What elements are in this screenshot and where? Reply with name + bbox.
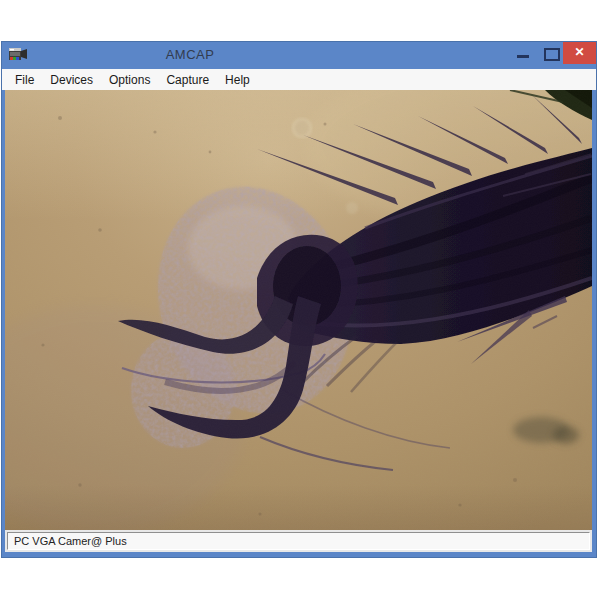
menu-bar: File Devices Options Capture Help	[2, 69, 596, 90]
minimize-icon[interactable]	[517, 55, 529, 58]
video-preview	[5, 90, 592, 530]
menu-help[interactable]: Help	[217, 71, 258, 89]
menu-file[interactable]: File	[7, 71, 42, 89]
menu-options[interactable]: Options	[101, 71, 158, 89]
amcap-window: AMCAP ✕ File Devices Options Capture Hel…	[1, 41, 597, 558]
close-icon[interactable]: ✕	[563, 42, 596, 64]
menu-devices[interactable]: Devices	[42, 71, 101, 89]
titlebar[interactable]: AMCAP ✕	[2, 42, 596, 69]
window-title: AMCAP	[130, 47, 250, 62]
status-text: PC VGA Camer@ Plus	[7, 532, 590, 550]
maximize-icon[interactable]	[544, 48, 560, 61]
status-bar: PC VGA Camer@ Plus	[5, 530, 592, 552]
video-camera-icon[interactable]	[8, 45, 28, 64]
specimen-image	[5, 90, 592, 530]
grain-overlay	[5, 90, 592, 530]
menu-capture[interactable]: Capture	[158, 71, 217, 89]
